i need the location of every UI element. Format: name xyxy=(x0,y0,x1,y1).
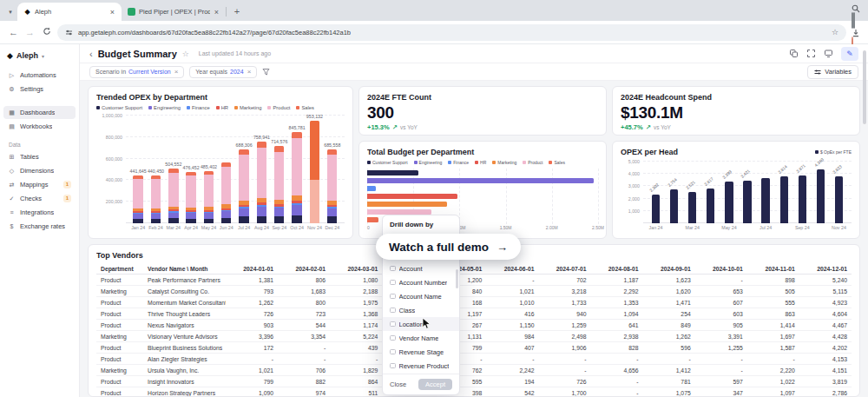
extension-icon-2[interactable] xyxy=(853,12,855,29)
h-bar-finance[interactable] xyxy=(367,186,376,191)
new-tab-button[interactable]: + xyxy=(230,4,244,18)
stacked-bar-jan-24[interactable] xyxy=(133,175,142,223)
table-row[interactable]: MarketingCatalyst Consulting Co.7931,683… xyxy=(96,286,852,297)
h-bar-hr[interactable] xyxy=(367,194,457,199)
bar-jul-24[interactable] xyxy=(761,178,769,223)
zoom-icon[interactable] xyxy=(852,4,860,13)
column-header[interactable]: 2024-10-01 xyxy=(695,263,747,275)
bar-nov-24[interactable] xyxy=(835,176,843,223)
bookmark-star-icon[interactable]: ☆ xyxy=(832,29,838,36)
browser-tab-aleph[interactable]: ◆ Aleph × xyxy=(17,3,122,21)
column-header[interactable]: Department xyxy=(96,263,143,275)
accept-button[interactable]: Accept xyxy=(418,379,452,390)
bar-apr-24[interactable] xyxy=(707,189,714,223)
bar-oct-24[interactable] xyxy=(817,169,825,223)
close-icon[interactable]: × xyxy=(247,68,252,76)
workspace-switcher[interactable]: ◆ Aleph ▾ xyxy=(0,49,79,68)
drilldown-option-vendor-name[interactable]: Vendor Name xyxy=(383,331,459,345)
column-header[interactable]: 2024-01-01 xyxy=(226,263,278,275)
stacked-bar-mar-24[interactable] xyxy=(168,169,178,223)
stacked-bar-sep-24[interactable] xyxy=(274,146,284,223)
table-row[interactable]: ProductPeak Performance Partners1,381806… xyxy=(96,275,852,286)
sidebar-item-settings[interactable]: ⚙Settings xyxy=(3,83,76,96)
column-header[interactable]: 2024-12-01 xyxy=(799,263,852,275)
drilldown-option-revenue-product[interactable]: Revenue Product xyxy=(383,359,459,373)
favorite-star-icon[interactable]: ☆ xyxy=(182,50,189,58)
drilldown-option-revenue-stage[interactable]: Revenue Stage xyxy=(383,345,459,359)
stacked-bar-aug-24[interactable] xyxy=(257,142,266,223)
add-filter-funnel-icon[interactable] xyxy=(262,68,270,76)
column-header[interactable]: 2024-06-01 xyxy=(486,263,538,275)
stacked-bar-oct-24[interactable] xyxy=(292,132,301,223)
stacked-bar-apr-24[interactable] xyxy=(186,172,195,223)
stacked-bar-may-24[interactable] xyxy=(204,171,214,223)
bar-may-24[interactable] xyxy=(725,182,733,223)
page-scrollbar[interactable] xyxy=(863,47,867,395)
sidebar-item-mappings[interactable]: ⇄Mappings1 xyxy=(3,178,76,191)
close-icon[interactable]: × xyxy=(214,8,220,17)
drilldown-option-location[interactable]: Location xyxy=(383,317,459,331)
checkbox-icon[interactable] xyxy=(390,321,396,328)
close-icon[interactable]: × xyxy=(174,68,179,76)
drilldown-option-account-name[interactable]: Account Name xyxy=(383,289,459,303)
stacked-bar-nov-24[interactable] xyxy=(310,121,319,223)
site-info-icon[interactable] xyxy=(65,29,73,36)
column-header[interactable]: 2024-08-01 xyxy=(591,263,643,275)
stacked-bar-jun-24[interactable] xyxy=(221,162,231,223)
sidebar-item-dimensions[interactable]: ◇Dimensions xyxy=(3,164,76,177)
drilldown-option-account[interactable]: Account xyxy=(383,261,459,275)
expand-icon[interactable] xyxy=(806,49,816,58)
table-row[interactable]: MarketingVisionary Venture Advisors3,396… xyxy=(96,331,852,342)
checkbox-icon[interactable] xyxy=(390,335,396,341)
bar-feb-24[interactable] xyxy=(670,189,678,223)
stacked-bar-jul-24[interactable] xyxy=(239,149,248,223)
back-icon[interactable]: ← xyxy=(8,28,19,37)
close-button[interactable]: Close xyxy=(390,380,406,388)
address-bar[interactable]: app.getaleph.com/dashboards/67d20fac5ea8… xyxy=(57,24,846,41)
browser-tab-pied-piper[interactable]: Pied Piper | OPEX | Product - G... × xyxy=(122,3,226,21)
sidebar-item-exchange-rates[interactable]: $Exchange rates xyxy=(3,220,76,233)
refresh-icon[interactable] xyxy=(41,27,52,37)
scrollbar-thumb[interactable] xyxy=(863,50,866,124)
forward-icon[interactable]: → xyxy=(24,28,36,37)
download-icon[interactable] xyxy=(852,29,860,37)
checkbox-icon[interactable] xyxy=(390,308,396,314)
bar-mar-24[interactable] xyxy=(688,192,696,223)
h-bar-engineering[interactable] xyxy=(367,178,594,183)
table-row[interactable]: MarketingUrsula Vaughn, Inc.1,0217061,82… xyxy=(96,365,852,376)
column-header[interactable]: 2024-09-01 xyxy=(643,263,695,275)
edit-button[interactable]: ✎ xyxy=(841,47,858,61)
column-header[interactable]: 2024-07-01 xyxy=(538,263,590,275)
sidebar-item-automations[interactable]: ▷Automations xyxy=(3,69,76,82)
checkbox-icon[interactable] xyxy=(390,349,396,355)
table-row[interactable]: ProductNexus Navigators9035441,1742671,1… xyxy=(96,320,852,331)
stacked-bar-feb-24[interactable] xyxy=(151,175,161,223)
sidebar-item-integrations[interactable]: ≡Integrations xyxy=(3,206,76,219)
sidebar-item-dashboards[interactable]: ▦Dashboards xyxy=(3,106,76,119)
h-bar-customer-support[interactable] xyxy=(367,170,418,175)
h-bar-marketing[interactable] xyxy=(367,202,447,207)
variables-button[interactable]: Variables xyxy=(807,65,858,79)
scrollbar-thumb[interactable] xyxy=(456,269,458,288)
table-row[interactable]: ProductHorizon Strategy Partners1,090974… xyxy=(96,387,852,397)
bar-jun-24[interactable] xyxy=(743,181,751,223)
checkbox-icon[interactable] xyxy=(390,280,396,286)
table-row[interactable]: ProductAlan Ziegler Strategies----------… xyxy=(96,354,852,365)
bar-aug-24[interactable] xyxy=(780,176,788,223)
bar-jan-24[interactable] xyxy=(652,195,660,223)
column-header[interactable]: 2024-02-01 xyxy=(278,263,330,275)
table-row[interactable]: ProductThrive Thought Leaders7267231,368… xyxy=(96,308,852,320)
tab-search-chevron-icon[interactable]: ▾ xyxy=(3,3,17,21)
column-header[interactable]: 2024-11-01 xyxy=(747,263,799,275)
sidebar-item-workbooks[interactable]: ▤Workbooks xyxy=(3,120,76,133)
filter-chip[interactable]: Scenario in Current Version× xyxy=(89,66,184,78)
filter-chip[interactable]: Year equals 2024× xyxy=(189,66,257,78)
table-row[interactable]: ProductInsight Innovators799882864595194… xyxy=(96,376,852,387)
checkbox-icon[interactable] xyxy=(390,363,396,369)
table-row[interactable]: ProductMomentum Market Consultants1,2628… xyxy=(96,297,852,308)
stacked-bar-dec-24[interactable] xyxy=(327,149,337,223)
column-header[interactable]: Vendor Name \ Month xyxy=(143,263,226,275)
close-icon[interactable]: × xyxy=(109,8,115,17)
h-bar-sales[interactable] xyxy=(367,217,378,222)
column-header[interactable]: 2024-03-01 xyxy=(330,263,382,275)
